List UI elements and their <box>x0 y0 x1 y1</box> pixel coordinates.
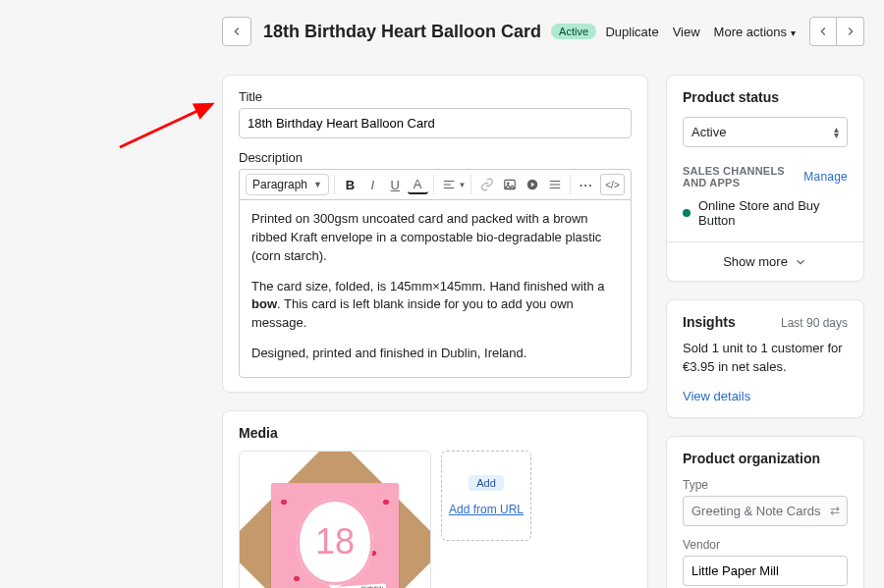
add-media-button[interactable]: Add <box>469 475 504 491</box>
balloon-graphic: 18 <box>297 499 373 585</box>
desc-paragraph: The card size, folded, is 145mm×145mm. H… <box>251 278 619 334</box>
status-dot-icon <box>683 209 691 217</box>
chevron-updown-icon: ▴▾ <box>834 127 839 138</box>
media-thumbnail[interactable]: 18 Happy Birthday <box>239 451 431 588</box>
description-label: Description <box>239 150 632 165</box>
rte-color-button[interactable]: A <box>408 175 428 194</box>
page-header: 18th Birthday Heart Balloon Card Active … <box>0 12 884 51</box>
rte-html-button[interactable]: </> <box>600 174 625 195</box>
page-title: 18th Birthday Heart Balloon Card <box>263 22 541 42</box>
vendor-label: Vendor <box>683 538 848 552</box>
product-status-select[interactable]: Active ▴▾ <box>683 117 848 147</box>
channel-row: Online Store and Buy Button <box>683 198 848 228</box>
type-input[interactable] <box>683 496 848 526</box>
insights-range: Last 90 days <box>781 316 848 330</box>
rte-video-button[interactable] <box>522 174 542 195</box>
back-button[interactable] <box>222 17 251 46</box>
rte-bold-button[interactable]: B <box>340 174 360 195</box>
insights-summary: Sold 1 unit to 1 customer for €3.95 in n… <box>683 340 848 377</box>
rte-paragraph-select[interactable]: Paragraph ▼ <box>246 174 329 195</box>
show-more-button[interactable]: Show more <box>667 241 863 281</box>
rte-more-button[interactable]: ··· <box>576 174 596 195</box>
rte-link-button[interactable] <box>476 174 497 195</box>
pager <box>809 17 864 46</box>
description-editor[interactable]: Printed on 300gsm uncoated card and pack… <box>239 199 632 378</box>
media-heading: Media <box>223 411 647 451</box>
rte-align-button[interactable] <box>439 174 460 195</box>
media-card: Media 18 Happy Birthday Add Add from URL <box>222 410 648 588</box>
manage-channels-link[interactable]: Manage <box>803 170 848 184</box>
rte-underline-button[interactable]: U <box>385 174 406 195</box>
more-actions-menu[interactable]: More actions <box>714 25 796 39</box>
rte-image-button[interactable] <box>499 174 520 195</box>
duplicate-action[interactable]: Duplicate <box>605 25 658 39</box>
insights-card: Insights Last 90 days Sold 1 unit to 1 c… <box>666 299 864 418</box>
product-organization-card: Product organization Type ⇄ Vendor Birth… <box>666 436 864 588</box>
product-status-heading: Product status <box>683 89 848 105</box>
type-label: Type <box>683 478 848 492</box>
svg-point-2 <box>507 183 509 185</box>
shuffle-icon[interactable]: ⇄ <box>830 504 840 517</box>
view-details-link[interactable]: View details <box>683 389 750 403</box>
next-button[interactable] <box>837 17 864 46</box>
vendor-input[interactable] <box>683 556 848 586</box>
rte-toolbar: Paragraph ▼ B I U A ▼ <box>239 169 632 199</box>
media-add-zone[interactable]: Add Add from URL <box>441 451 531 541</box>
desc-paragraph: Printed on 300gsm uncoated card and pack… <box>251 210 619 266</box>
add-from-url-link[interactable]: Add from URL <box>449 503 524 516</box>
title-input[interactable] <box>239 108 632 138</box>
insights-heading: Insights <box>683 314 736 330</box>
prev-button[interactable] <box>809 17 837 46</box>
status-badge: Active <box>551 24 596 39</box>
rte-clear-button[interactable] <box>544 174 565 195</box>
sales-channels-label: SALES CHANNELS AND APPS <box>683 165 803 188</box>
organization-heading: Product organization <box>683 451 848 466</box>
product-status-card: Product status Active ▴▾ SALES CHANNELS … <box>666 75 864 282</box>
view-action[interactable]: View <box>673 25 700 39</box>
rte-italic-button[interactable]: I <box>362 174 383 195</box>
desc-paragraph: Designed, printed and finished in Dublin… <box>251 345 619 363</box>
title-label: Title <box>239 89 632 104</box>
